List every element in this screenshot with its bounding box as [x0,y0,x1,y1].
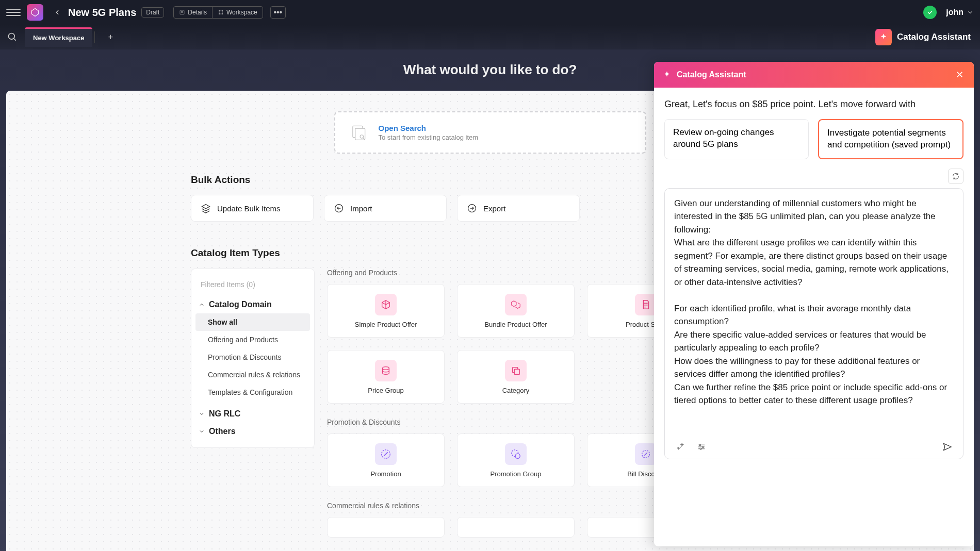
export-button[interactable]: Export [457,195,580,222]
send-button[interactable] [940,440,954,454]
tabbar: New Workspace + Catalog Assistant [0,25,980,49]
assistant-toggle[interactable]: Catalog Assistant [875,29,971,45]
global-search-button[interactable] [2,27,23,47]
draft-badge: Draft [141,7,164,18]
chevron-up-icon [199,302,205,308]
type-commercial-placeholder[interactable] [457,517,575,538]
open-search-title: Open Search [379,124,479,132]
sparkle-icon [662,70,672,79]
import-icon [334,203,344,213]
type-commercial-placeholder[interactable] [327,517,445,538]
page-title: New 5G Plans [68,7,136,19]
settings-button[interactable] [695,440,708,454]
svg-rect-13 [514,369,519,374]
catalog-domain-header[interactable]: Catalog Domain [191,296,314,313]
assistant-input[interactable] [674,197,954,434]
type-promotion-group[interactable]: Promotion Group [457,433,575,487]
chevron-down-icon [199,428,205,435]
more-button[interactable]: ••• [270,6,286,19]
suggestion-review-changes[interactable]: Review on-going changes around 5G plans [664,119,809,159]
assistant-panel: Catalog Assistant ✕ Great, Let's focus o… [654,62,974,546]
type-category[interactable]: Category [457,350,575,404]
workspace-label: Workspace [226,9,257,16]
layers-icon [201,203,211,213]
tab-divider [94,31,95,43]
svg-point-18 [699,444,701,446]
app-logo[interactable] [27,4,43,21]
svg-rect-0 [180,10,184,14]
assistant-input-card [664,188,963,459]
assistant-body: Great, Let's focus on $85 price point. L… [654,88,974,546]
hamburger-menu[interactable] [6,5,21,20]
open-search-card[interactable]: Open Search To start from existing catal… [334,111,646,154]
type-promotion[interactable]: Promotion [327,433,445,487]
open-search-subtitle: To start from existing catalog item [379,133,479,141]
update-bulk-button[interactable]: Update Bulk Items [191,195,314,222]
workspace-button[interactable]: Workspace [212,6,263,19]
assistant-close-button[interactable]: ✕ [953,69,966,81]
domain-promotion[interactable]: Promotion & Discounts [195,348,310,366]
assistant-header-title: Catalog Assistant [677,70,948,79]
user-menu-chevron[interactable] [967,9,974,16]
chevron-down-icon [199,411,205,417]
svg-point-16 [515,454,520,458]
suggestion-investigate-segments[interactable]: Investigate potential segments and compe… [818,119,963,159]
type-bundle-product-offer[interactable]: Bundle Product Offer [457,284,575,338]
catalog-types-title: Catalog Item Types [191,247,280,259]
type-price-group[interactable]: Price Group [327,350,445,404]
document-icon [635,294,657,315]
catalog-sidebar: Filtered Items (0) Catalog Domain Show a… [191,269,315,448]
refresh-icon [952,172,960,180]
filtered-items-label: Filtered Items (0) [191,276,314,296]
assistant-label: Catalog Assistant [897,32,971,42]
export-icon [467,203,477,213]
percent-icon [375,443,397,465]
ng-rlc-header[interactable]: NG RLC [191,405,314,423]
update-bulk-label: Update Bulk Items [217,204,281,213]
domain-commercial[interactable]: Commercial rules & relations [195,366,310,383]
percent-group-icon [505,443,527,465]
svg-point-20 [700,448,701,449]
assistant-header: Catalog Assistant ✕ [654,62,974,88]
status-indicator [923,6,937,19]
svg-point-5 [9,34,15,40]
tab-new-workspace[interactable]: New Workspace [25,27,92,47]
add-tab-button[interactable]: + [100,27,121,47]
domain-show-all[interactable]: Show all [195,313,310,331]
export-label: Export [483,204,505,213]
copy-icon [505,360,527,381]
open-search-icon [348,122,369,143]
others-header[interactable]: Others [191,423,314,440]
refresh-suggestions-button[interactable] [948,169,963,184]
user-name[interactable]: john [946,8,963,17]
details-label: Details [188,9,207,16]
cubes-icon [505,294,527,315]
import-button[interactable]: Import [324,195,447,222]
assistant-icon [875,29,892,45]
topbar: New 5G Plans Draft Details Workspace •••… [0,0,980,25]
domain-templates[interactable]: Templates & Configuration [195,383,310,401]
assistant-message: Great, Let's focus on $85 price point. L… [664,99,963,110]
type-simple-product-offer[interactable]: Simple Product Offer [327,284,445,338]
domain-offering[interactable]: Offering and Products [195,331,310,348]
cube-icon [375,294,397,315]
magic-wand-button[interactable] [674,440,688,454]
discount-icon [635,443,657,465]
back-button[interactable] [51,6,64,19]
stack-icon [375,360,397,381]
details-button[interactable]: Details [173,6,213,19]
svg-point-19 [703,446,704,447]
import-label: Import [350,204,372,213]
svg-point-11 [383,366,389,370]
